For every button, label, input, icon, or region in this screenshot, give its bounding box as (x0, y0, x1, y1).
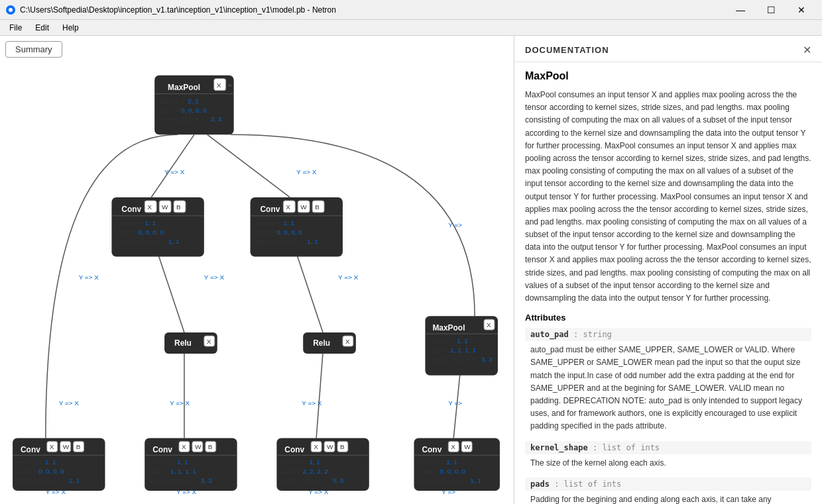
doc-header: DOCUMENTATION ✕ (514, 36, 822, 62)
svg-text:kernel_shape =: kernel_shape = (418, 477, 463, 484)
doc-attr-pads: pads : list of ints Padding for the begi… (525, 478, 811, 504)
edge-label-3: Y => X (338, 274, 359, 281)
svg-text:X: X (207, 338, 211, 345)
svg-text:1, 1: 1, 1 (470, 477, 481, 484)
relu1-node[interactable]: Relu X (164, 332, 217, 354)
svg-text:Conv: Conv (152, 445, 172, 454)
edge-label-9: Y => X (302, 399, 322, 407)
edge-label-4: Y => (448, 221, 462, 228)
conv1-label: Conv (121, 205, 141, 214)
svg-text:W: W (327, 443, 333, 450)
svg-text:strides =: strides = (149, 458, 174, 466)
doc-title: DOCUMENTATION (525, 45, 609, 55)
svg-text:3, 3: 3, 3 (481, 356, 493, 363)
edge-label-6: Y => X (296, 168, 317, 176)
conv4-node[interactable]: Conv X W B strides = 1, 1 pads = 1, 1, 1… (145, 438, 237, 491)
svg-text:1, 1: 1, 1 (446, 458, 457, 466)
minimize-button[interactable]: — (725, 0, 756, 20)
doc-attr-autopad-desc: auto_pad must be either SAME_UPPER, SAME… (525, 344, 811, 432)
svg-text:0, 0, 0, 0: 0, 0, 0, 0 (38, 468, 64, 475)
svg-text:kernel_shape =: kernel_shape = (17, 477, 62, 484)
svg-text:1, 1: 1, 1 (69, 477, 80, 484)
svg-text:kernel_shape =: kernel_shape = (256, 238, 301, 245)
doc-attr-kernelshape-name: kernel_shape : list of ints (525, 441, 811, 454)
doc-attr-kernelshape-desc: The size of the kernel along each axis. (525, 457, 811, 470)
svg-text:pads =: pads = (17, 468, 37, 475)
conv5-node[interactable]: Conv X W B strides = 1, 1 pads = 2, 2, 2… (276, 438, 369, 491)
svg-text:strides =: strides = (418, 458, 443, 466)
svg-text:W: W (195, 443, 202, 450)
maxpool1-pads-val: 0, 0, 0, 0 (181, 107, 207, 114)
svg-text:X: X (286, 203, 290, 211)
svg-text:1, 1, 1, 1: 1, 1, 1, 1 (450, 346, 476, 354)
maxpool1-close[interactable]: × (228, 81, 232, 89)
edge-label-7: Y => X (59, 399, 80, 407)
maxpool2-node[interactable]: MaxPool X strides = 1, 1 pads = 1, 1, 1,… (425, 316, 498, 376)
conv6-node[interactable]: Conv X W strides = 1, 1 pads = 0, 0, 0, … (414, 438, 499, 491)
svg-text:Conv: Conv (21, 445, 40, 454)
svg-text:strides =: strides = (281, 458, 306, 466)
edge-label-2: Y => X (204, 274, 225, 281)
menu-bar: File Edit Help (0, 20, 822, 36)
conv1-node[interactable]: Conv X W B strides = 1, 1 pads = 0, 0, 0… (111, 197, 204, 257)
title-bar: C:\Users\Softpedia\Desktop\inception_v1.… (0, 0, 822, 20)
relu2-node[interactable]: Relu X (303, 332, 356, 354)
main-container: Summary Y => X (0, 36, 822, 504)
svg-text:Conv: Conv (422, 445, 441, 454)
doc-attributes-title: Attributes (525, 313, 811, 323)
edge-left-conv3 (46, 134, 178, 438)
conv3-node[interactable]: Conv X W B strides = 1, 1 pads = 0, 0, 0… (13, 438, 105, 491)
svg-point-1 (9, 8, 13, 12)
svg-text:W: W (162, 203, 168, 211)
svg-text:B: B (76, 443, 81, 450)
maxpool1-strides-label: strides = (159, 97, 184, 105)
svg-text:strides =: strides = (117, 219, 142, 227)
menu-edit[interactable]: Edit (29, 22, 56, 34)
svg-text:strides =: strides = (256, 219, 281, 227)
svg-text:kernel_shape =: kernel_shape = (117, 238, 162, 245)
svg-text:Relu: Relu (313, 338, 330, 348)
svg-text:1, 1: 1, 1 (283, 219, 294, 227)
doc-attr-pads-name: pads : list of ints (525, 478, 811, 491)
close-button[interactable]: ✕ (786, 0, 817, 20)
svg-text:kernel_shape =: kernel_shape = (430, 356, 475, 363)
window-controls: — ☐ ✕ (725, 0, 817, 20)
summary-button[interactable]: Summary (5, 41, 62, 58)
svg-text:W: W (63, 443, 70, 450)
svg-text:pads =: pads = (149, 468, 169, 475)
graph-svg: Y => X Y => X Y => X Y => Y => X Y => X … (0, 36, 514, 504)
edge-label-8: Y => X (170, 399, 190, 407)
svg-text:B: B (315, 203, 320, 211)
svg-text:Conv: Conv (260, 205, 280, 214)
svg-text:1, 1, 1, 1: 1, 1, 1, 1 (170, 468, 196, 475)
svg-text:X: X (147, 203, 152, 211)
maximize-button[interactable]: ☐ (756, 0, 786, 20)
svg-text:1, 1: 1, 1 (457, 337, 468, 344)
svg-text:W: W (464, 443, 471, 450)
svg-text:Relu: Relu (174, 338, 192, 348)
conv2-node[interactable]: Conv X W B strides = 1, 1 pads = 0, 0, 0… (251, 197, 343, 257)
maxpool1-pads-label: pads = (159, 107, 179, 114)
menu-help[interactable]: Help (56, 22, 86, 34)
menu-file[interactable]: File (3, 22, 29, 34)
svg-text:X: X (182, 443, 186, 450)
graph-area[interactable]: Summary Y => X (0, 36, 514, 504)
svg-text:1, 1: 1, 1 (168, 238, 180, 245)
maxpool1-strides-val: 2, 2 (188, 97, 199, 105)
edge-maxpool1-conv1 (151, 134, 194, 197)
doc-attr-pads-desc: Padding for the begining and ending alon… (525, 493, 811, 504)
svg-text:5, 5: 5, 5 (333, 477, 344, 484)
doc-close-button[interactable]: ✕ (803, 44, 811, 56)
edge-label-1: Y => X (79, 274, 99, 281)
doc-body[interactable]: MaxPool MaxPool consumes an input tensor… (514, 62, 822, 504)
svg-text:B: B (208, 443, 213, 450)
edge-relu2-conv5 (316, 352, 323, 438)
maxpool1-kernel-val: 3, 3 (211, 115, 222, 123)
maxpool1-kernel-label: kernel_shape = (159, 115, 204, 123)
doc-panel: DOCUMENTATION ✕ MaxPool MaxPool consumes… (514, 36, 822, 504)
svg-text:pads =: pads = (256, 228, 276, 236)
maxpool1-node[interactable]: MaxPool X × strides = 2, 2 pads = 0, 0, … (154, 76, 233, 135)
svg-text:kernel_shape =: kernel_shape = (149, 477, 194, 484)
svg-text:2, 2, 2, 2: 2, 2, 2, 2 (302, 468, 328, 475)
doc-attr-autopad: auto_pad : string auto_pad must be eithe… (525, 328, 811, 432)
